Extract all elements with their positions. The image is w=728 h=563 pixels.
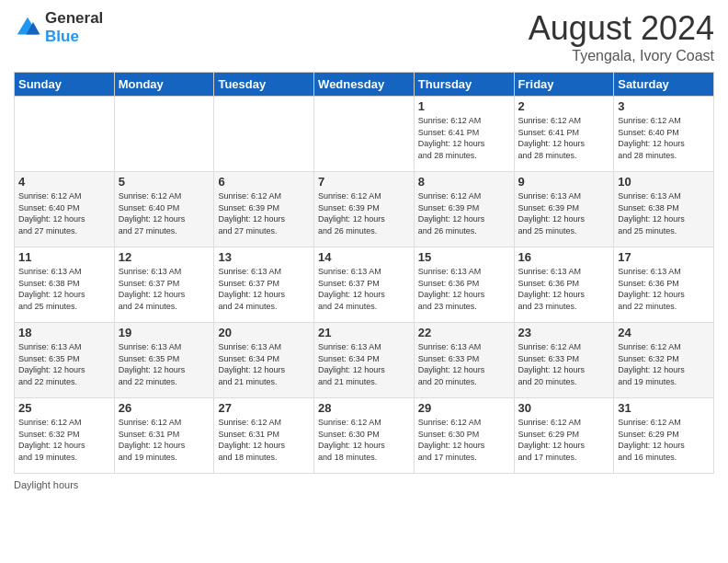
calendar-week-row: 18Sunrise: 6:13 AM Sunset: 6:35 PM Dayli… [15,323,714,398]
day-info: Sunrise: 6:12 AM Sunset: 6:32 PM Dayligh… [618,341,710,387]
day-info: Sunrise: 6:12 AM Sunset: 6:40 PM Dayligh… [618,115,710,161]
day-number: 1 [418,99,510,113]
location: Tyengala, Ivory Coast [529,48,714,64]
calendar-cell: 4Sunrise: 6:12 AM Sunset: 6:40 PM Daylig… [15,172,115,247]
calendar-cell: 20Sunrise: 6:13 AM Sunset: 6:34 PM Dayli… [214,323,314,398]
calendar-cell: 28Sunrise: 6:12 AM Sunset: 6:30 PM Dayli… [314,398,415,474]
weekday-header: Sunday [15,73,115,97]
calendar-cell: 5Sunrise: 6:12 AM Sunset: 6:40 PM Daylig… [114,172,214,247]
logo: General Blue [14,9,103,46]
day-number: 12 [119,250,210,264]
logo-blue: Blue [45,28,79,45]
day-info: Sunrise: 6:13 AM Sunset: 6:36 PM Dayligh… [418,266,510,312]
day-number: 17 [618,250,710,264]
footer: Daylight hours [14,479,714,490]
calendar-cell: 6Sunrise: 6:12 AM Sunset: 6:39 PM Daylig… [214,172,314,247]
day-number: 19 [119,326,210,339]
day-number: 23 [518,326,610,339]
daylight-label: Daylight hours [14,479,78,490]
day-number: 31 [618,401,710,415]
day-number: 16 [518,250,610,264]
day-info: Sunrise: 6:12 AM Sunset: 6:29 PM Dayligh… [618,417,710,463]
calendar-cell [314,97,415,172]
calendar-cell: 16Sunrise: 6:13 AM Sunset: 6:36 PM Dayli… [514,247,614,323]
day-info: Sunrise: 6:13 AM Sunset: 6:34 PM Dayligh… [318,341,410,387]
calendar-cell: 29Sunrise: 6:12 AM Sunset: 6:30 PM Dayli… [414,398,514,474]
day-info: Sunrise: 6:12 AM Sunset: 6:39 PM Dayligh… [418,190,510,236]
day-info: Sunrise: 6:12 AM Sunset: 6:29 PM Dayligh… [518,417,610,463]
weekday-header: Thursday [414,73,514,97]
day-info: Sunrise: 6:12 AM Sunset: 6:32 PM Dayligh… [18,417,110,463]
day-info: Sunrise: 6:12 AM Sunset: 6:31 PM Dayligh… [119,417,210,463]
day-info: Sunrise: 6:12 AM Sunset: 6:41 PM Dayligh… [418,115,510,161]
day-info: Sunrise: 6:13 AM Sunset: 6:37 PM Dayligh… [119,266,210,312]
calendar-week-row: 25Sunrise: 6:12 AM Sunset: 6:32 PM Dayli… [15,398,714,474]
day-info: Sunrise: 6:12 AM Sunset: 6:30 PM Dayligh… [318,417,410,463]
day-info: Sunrise: 6:13 AM Sunset: 6:39 PM Dayligh… [518,190,610,236]
day-number: 8 [418,175,510,189]
day-number: 2 [518,99,610,113]
day-info: Sunrise: 6:12 AM Sunset: 6:30 PM Dayligh… [418,417,510,463]
calendar-cell: 11Sunrise: 6:13 AM Sunset: 6:38 PM Dayli… [15,247,115,323]
day-number: 6 [218,175,310,189]
calendar-body: 1Sunrise: 6:12 AM Sunset: 6:41 PM Daylig… [15,97,714,474]
day-info: Sunrise: 6:12 AM Sunset: 6:31 PM Dayligh… [218,417,310,463]
day-number: 26 [119,401,210,415]
calendar-week-row: 11Sunrise: 6:13 AM Sunset: 6:38 PM Dayli… [15,247,714,323]
calendar-cell: 27Sunrise: 6:12 AM Sunset: 6:31 PM Dayli… [214,398,314,474]
day-info: Sunrise: 6:12 AM Sunset: 6:40 PM Dayligh… [18,190,110,236]
day-info: Sunrise: 6:13 AM Sunset: 6:38 PM Dayligh… [18,266,110,312]
day-info: Sunrise: 6:13 AM Sunset: 6:36 PM Dayligh… [618,266,710,312]
month-title: August 2024 [529,9,714,48]
day-number: 15 [418,250,510,264]
calendar-cell: 26Sunrise: 6:12 AM Sunset: 6:31 PM Dayli… [114,398,214,474]
header: General Blue August 2024 Tyengala, Ivory… [14,9,714,64]
logo-text: General Blue [45,9,103,46]
day-number: 28 [318,401,410,415]
calendar-page: General Blue August 2024 Tyengala, Ivory… [0,0,728,563]
day-number: 9 [518,175,610,189]
calendar-cell: 2Sunrise: 6:12 AM Sunset: 6:41 PM Daylig… [514,97,614,172]
day-number: 5 [119,175,210,189]
day-number: 10 [618,175,710,189]
day-info: Sunrise: 6:13 AM Sunset: 6:35 PM Dayligh… [119,341,210,387]
calendar-cell: 24Sunrise: 6:12 AM Sunset: 6:32 PM Dayli… [614,323,714,398]
calendar-cell: 7Sunrise: 6:12 AM Sunset: 6:39 PM Daylig… [314,172,415,247]
day-info: Sunrise: 6:12 AM Sunset: 6:39 PM Dayligh… [218,190,310,236]
day-number: 24 [618,326,710,339]
calendar-cell: 9Sunrise: 6:13 AM Sunset: 6:39 PM Daylig… [514,172,614,247]
calendar-header: SundayMondayTuesdayWednesdayThursdayFrid… [15,73,714,97]
title-block: August 2024 Tyengala, Ivory Coast [529,9,714,64]
calendar-cell: 31Sunrise: 6:12 AM Sunset: 6:29 PM Dayli… [614,398,714,474]
weekday-header: Saturday [614,73,714,97]
calendar-cell: 19Sunrise: 6:13 AM Sunset: 6:35 PM Dayli… [114,323,214,398]
day-number: 13 [218,250,310,264]
calendar-cell: 23Sunrise: 6:12 AM Sunset: 6:33 PM Dayli… [514,323,614,398]
calendar-cell: 17Sunrise: 6:13 AM Sunset: 6:36 PM Dayli… [614,247,714,323]
day-number: 4 [18,175,110,189]
day-number: 27 [218,401,310,415]
day-info: Sunrise: 6:13 AM Sunset: 6:35 PM Dayligh… [18,341,110,387]
calendar-cell [15,97,115,172]
day-info: Sunrise: 6:13 AM Sunset: 6:37 PM Dayligh… [218,266,310,312]
day-info: Sunrise: 6:12 AM Sunset: 6:41 PM Dayligh… [518,115,610,161]
calendar-cell: 8Sunrise: 6:12 AM Sunset: 6:39 PM Daylig… [414,172,514,247]
logo-icon [14,14,41,41]
day-number: 30 [518,401,610,415]
calendar-cell: 3Sunrise: 6:12 AM Sunset: 6:40 PM Daylig… [614,97,714,172]
day-number: 22 [418,326,510,339]
calendar-cell: 1Sunrise: 6:12 AM Sunset: 6:41 PM Daylig… [414,97,514,172]
day-info: Sunrise: 6:12 AM Sunset: 6:39 PM Dayligh… [318,190,410,236]
day-info: Sunrise: 6:13 AM Sunset: 6:37 PM Dayligh… [318,266,410,312]
weekday-header: Friday [514,73,614,97]
calendar-cell: 14Sunrise: 6:13 AM Sunset: 6:37 PM Dayli… [314,247,415,323]
calendar-cell: 25Sunrise: 6:12 AM Sunset: 6:32 PM Dayli… [15,398,115,474]
day-number: 20 [218,326,310,339]
calendar-week-row: 1Sunrise: 6:12 AM Sunset: 6:41 PM Daylig… [15,97,714,172]
day-number: 11 [18,250,110,264]
weekday-header: Wednesday [314,73,415,97]
day-info: Sunrise: 6:13 AM Sunset: 6:34 PM Dayligh… [218,341,310,387]
calendar-cell: 22Sunrise: 6:13 AM Sunset: 6:33 PM Dayli… [414,323,514,398]
day-number: 3 [618,99,710,113]
day-number: 29 [418,401,510,415]
